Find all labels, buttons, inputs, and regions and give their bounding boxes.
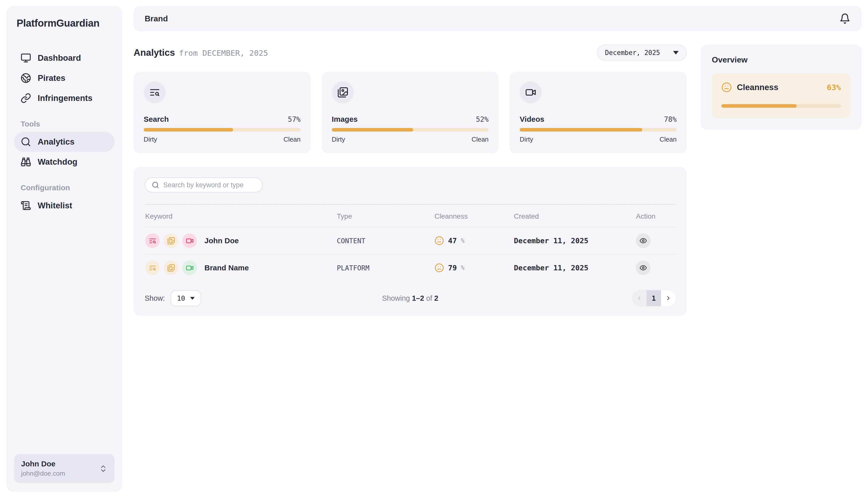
images-badge (164, 261, 178, 275)
stat-card-search: Search 57% Dirty Clean (134, 72, 311, 153)
user-email: john@doe.com (21, 470, 65, 477)
column-header-created: Created (514, 212, 636, 220)
period-selector-value: December, 2025 (605, 49, 660, 56)
keywords-table-card: Keyword Type Cleanness Created Action Jo… (134, 167, 687, 316)
sidebar-item-label: Analytics (38, 137, 75, 147)
cleanness-unit: % (461, 264, 464, 271)
app-logo: PlatformGuardian (14, 17, 115, 29)
notifications-button[interactable] (839, 13, 851, 24)
chevrons-up-down-icon (99, 464, 107, 473)
search-input[interactable] (163, 181, 256, 189)
sidebar-item-label: Watchdog (38, 157, 77, 167)
sidebar-item-whitelist[interactable]: Whitelist (14, 196, 115, 215)
user-name: John Doe (21, 460, 65, 468)
prev-page-button[interactable] (632, 290, 647, 306)
stat-card-images: Images 52% Dirty Clean (322, 72, 499, 153)
sidebar-item-dashboard[interactable]: Dashboard (14, 48, 115, 68)
stat-card-label: Images (332, 115, 358, 123)
cleanness-progress-fill (332, 128, 413, 132)
stat-card-percent: 52% (476, 115, 489, 123)
table-footer: Show: 10 Showing 1–2 of 2 (145, 290, 676, 306)
sidebar-item-label: Dashboard (38, 53, 81, 63)
video-badge (182, 233, 197, 248)
type-value: PLATFORM (337, 264, 435, 272)
images-icon (337, 87, 348, 98)
created-date: December 11, 2025 (514, 264, 636, 272)
meh-face-icon (721, 82, 732, 93)
text-search-badge (145, 261, 160, 275)
page-size-selector[interactable]: 10 (170, 290, 202, 306)
monitor-icon (21, 53, 31, 63)
cleanness-progress-track (332, 128, 489, 132)
table-search (145, 178, 263, 193)
sidebar-item-pirates[interactable]: Pirates (14, 68, 115, 88)
showing-range: 1–2 (412, 294, 424, 302)
sidebar-item-watchdog[interactable]: Watchdog (14, 152, 115, 172)
images-icon (167, 237, 175, 245)
scroll-icon (21, 200, 31, 211)
stat-card-icon-badge (332, 81, 354, 103)
type-value: CONTENT (337, 237, 435, 245)
period-selector[interactable]: December, 2025 (597, 45, 687, 61)
column-header-action: Action (636, 212, 675, 220)
stat-card-label: Videos (520, 115, 544, 123)
column-header-type: Type (337, 212, 435, 220)
chevron-left-icon (636, 295, 643, 301)
scale-max-label: Clean (660, 135, 677, 143)
overview-metric-value: 63% (827, 83, 841, 92)
page-title-text: Analytics (134, 48, 175, 58)
chevron-down-icon (673, 51, 678, 54)
column-header-cleanness: Cleanness (435, 212, 514, 220)
keyword-name: Brand Name (205, 264, 249, 272)
cleanness-progress-track (520, 128, 677, 132)
cleanness-value: 47 (448, 236, 457, 245)
video-icon (525, 87, 536, 98)
sidebar-item-label: Pirates (38, 73, 65, 83)
stat-cards-row: Search 57% Dirty Clean (134, 72, 687, 153)
overview-progress-track (721, 104, 841, 108)
current-page-button[interactable]: 1 (647, 290, 661, 306)
user-menu[interactable]: John Doe john@doe.com (14, 454, 115, 483)
scale-max-label: Clean (284, 135, 301, 143)
pagination: 1 (632, 290, 676, 306)
sidebar-item-analytics[interactable]: Analytics (14, 132, 115, 152)
search-icon (21, 136, 31, 147)
overview-metric-label: Cleanness (737, 82, 778, 92)
overview-panel: Overview Cleanness 63% (701, 45, 861, 130)
stat-card-icon-badge (520, 81, 542, 103)
created-date: December 11, 2025 (514, 236, 636, 245)
next-page-button[interactable] (661, 290, 676, 306)
stat-card-videos: Videos 78% Dirty Clean (509, 72, 687, 153)
sidebar-section-configuration: Configuration (21, 183, 115, 192)
table-row: Brand Name PLATFORM 79 % December 11, 20… (145, 254, 676, 281)
stat-card-percent: 57% (288, 115, 301, 123)
view-action-button[interactable] (636, 261, 650, 275)
cleanness-progress-fill (144, 128, 233, 132)
eye-icon (639, 264, 647, 272)
stat-card-icon-badge (144, 81, 166, 103)
video-badge (182, 261, 197, 275)
text-search-icon (149, 87, 160, 98)
scale-min-label: Dirty (144, 135, 157, 143)
view-action-button[interactable] (636, 233, 650, 248)
table-header-row: Keyword Type Cleanness Created Action (145, 204, 676, 227)
page-subtitle: from DECEMBER, 2025 (179, 49, 268, 57)
page-title-row: Analytics from DECEMBER, 2025 December, … (134, 45, 687, 61)
stat-card-label: Search (144, 115, 169, 123)
binoculars-icon (21, 157, 31, 167)
text-search-icon (149, 237, 156, 245)
chevron-right-icon (665, 295, 672, 301)
content-row: Analytics from DECEMBER, 2025 December, … (134, 45, 861, 316)
overview-progress-fill (721, 104, 797, 108)
header-title: Brand (145, 14, 168, 23)
page-title: Analytics from DECEMBER, 2025 (134, 48, 268, 58)
cleanness-unit: % (461, 237, 464, 244)
stat-card-percent: 78% (664, 115, 677, 123)
sidebar: PlatformGuardian Dashboard Pirates Infri… (7, 6, 122, 492)
sidebar-item-infringements[interactable]: Infringements (14, 88, 115, 108)
showing-summary: Showing 1–2 of 2 (382, 294, 438, 302)
earth-icon (21, 73, 31, 83)
sidebar-item-label: Whitelist (38, 201, 72, 210)
meh-face-icon (435, 236, 444, 246)
scale-min-label: Dirty (520, 135, 533, 143)
